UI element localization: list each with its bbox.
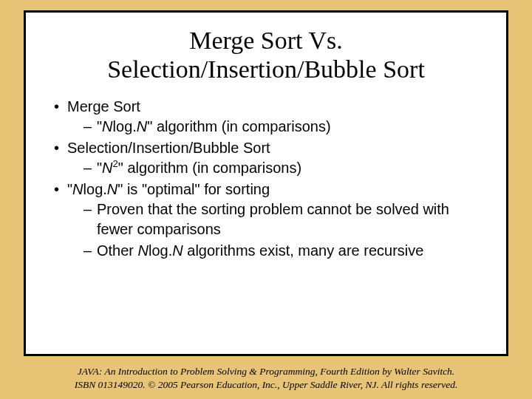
- b3-n1: N: [72, 181, 83, 197]
- bullet-2-text: Selection/Insertion/Bubble Sort: [67, 140, 270, 156]
- b2s1-exp: 2: [113, 159, 118, 170]
- b1s1-mid: log.: [113, 118, 137, 134]
- bullet-1-sub-1: "Nlog.N" algorithm (in comparisons): [83, 117, 480, 137]
- b3s2-prefix: Other: [97, 242, 138, 259]
- title-line-2: Selection/Insertion/Bubble Sort: [107, 55, 425, 83]
- bullet-1: Merge Sort "Nlog.N" algorithm (in compar…: [52, 97, 480, 137]
- title-line-1: Merge Sort Vs.: [189, 27, 342, 54]
- b3s1-text: Proven that the sorting problem cannot b…: [97, 201, 449, 237]
- b3-mid: log.: [83, 181, 107, 197]
- footer-line-1: JAVA: An Introduction to Problem Solving…: [78, 366, 455, 377]
- b1s1-suffix: " algorithm (in comparisons): [147, 118, 330, 134]
- bullet-3: "Nlog.N" is "optimal" for sorting Proven…: [52, 180, 480, 261]
- b3s2-n2: N: [172, 242, 183, 259]
- b2s1-n: N: [102, 160, 112, 176]
- b3s2-n1: N: [138, 242, 149, 259]
- bullet-2-sub-1: "N2" algorithm (in comparisons): [83, 158, 480, 178]
- b1s1-n1: N: [102, 118, 112, 134]
- b3s2-suffix: algorithms exist, many are recursive: [183, 242, 424, 259]
- bullet-3-sub-2: Other Nlog.N algorithms exist, many are …: [83, 241, 480, 261]
- slide-content: Merge Sort "Nlog.N" algorithm (in compar…: [52, 97, 480, 261]
- footer-line-2: ISBN 013149020. © 2005 Pearson Education…: [75, 379, 458, 390]
- slide-frame: Merge Sort Vs. Selection/Insertion/Bubbl…: [24, 10, 508, 356]
- bullet-1-text: Merge Sort: [67, 98, 140, 115]
- slide-footer: JAVA: An Introduction to Problem Solving…: [24, 365, 508, 392]
- b2s1-suffix: " algorithm (in comparisons): [118, 160, 301, 176]
- b1s1-n2: N: [137, 118, 147, 134]
- bullet-list: Merge Sort "Nlog.N" algorithm (in compar…: [52, 97, 480, 261]
- b3-n2: N: [107, 181, 117, 197]
- b3-suffix: " is "optimal" for sorting: [117, 181, 270, 197]
- bullet-2: Selection/Insertion/Bubble Sort "N2" alg…: [52, 138, 480, 178]
- slide-title: Merge Sort Vs. Selection/Insertion/Bubbl…: [48, 26, 484, 83]
- bullet-3-sub-1: Proven that the sorting problem cannot b…: [83, 200, 480, 239]
- b3s2-mid: log.: [149, 242, 172, 259]
